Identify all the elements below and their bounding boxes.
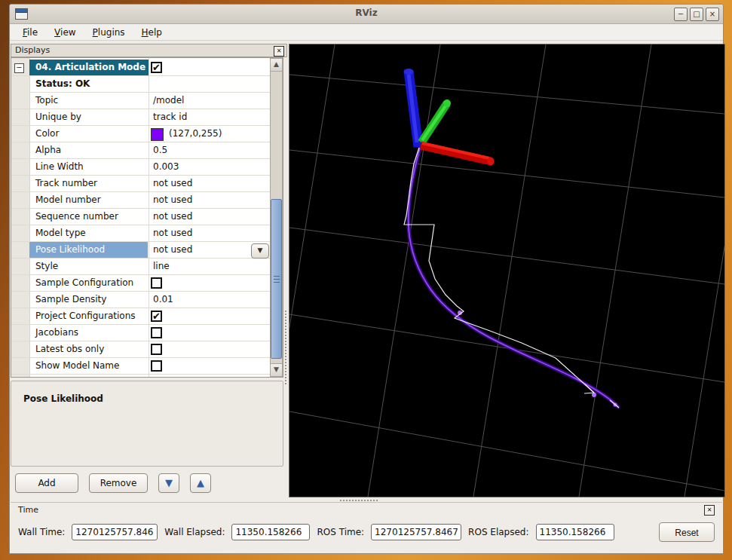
displays-panel: Displays ✕ − 04. Articulation Mode ✔ Sta… (11, 41, 287, 501)
tree-row-latest-obs-only[interactable]: Latest obs only (11, 341, 271, 358)
wall-time-label: Wall Time: (18, 527, 65, 537)
minimize-button[interactable]: − (674, 8, 688, 21)
tree-row-topic[interactable]: Topic /model (11, 93, 271, 109)
menu-view[interactable]: View (47, 26, 82, 39)
tree-row-sample-configuration[interactable]: Sample Configuration (11, 275, 271, 292)
property-name: Unique by (29, 109, 148, 125)
tree-row-show-model-name[interactable]: Show Model Name (11, 358, 271, 375)
property-name: Model number (29, 192, 148, 208)
reset-button[interactable]: Reset (659, 522, 715, 542)
tree-row-alpha[interactable]: Alpha 0.5 (11, 142, 271, 159)
arrow-down-icon: ▼ (165, 477, 173, 488)
ros-elapsed-input[interactable] (536, 524, 614, 540)
displays-panel-header[interactable]: Displays ✕ (11, 44, 287, 57)
tree-row-sample-density[interactable]: Sample Density 0.01 (11, 292, 271, 308)
desktop-background: RViz − □ × File View Plugins Help Displa… (0, 0, 732, 560)
project-configurations-checkbox[interactable]: ✔ (151, 311, 162, 322)
property-name: Show Model Name (29, 358, 148, 374)
property-name: Style (29, 259, 148, 274)
tree-row-model-type[interactable]: Model type not used (11, 225, 271, 242)
value-dropdown-button[interactable]: ▼ (251, 243, 269, 259)
property-value: not used (149, 192, 268, 208)
property-name: Track number (29, 176, 148, 191)
property-value: not used (149, 176, 268, 191)
property-name: Model type (29, 225, 148, 241)
show-model-name-checkbox[interactable] (151, 360, 162, 372)
tree-row-status[interactable]: Status: OK (29, 76, 271, 93)
rviz-window: RViz − □ × File View Plugins Help Displa… (9, 4, 724, 554)
tree-row-style[interactable]: Style line (11, 259, 271, 275)
tree-row-track-number[interactable]: Track number not used (11, 176, 271, 192)
render-scene[interactable] (289, 44, 724, 497)
close-button[interactable]: × (706, 8, 719, 21)
tree-row-jacobians[interactable]: Jacobians (11, 325, 271, 341)
remove-button[interactable]: Remove (89, 473, 148, 493)
scroll-up-icon[interactable]: ▲ (271, 59, 282, 72)
time-panel-title: Time (18, 505, 38, 515)
ros-elapsed-label: ROS Elapsed: (468, 527, 528, 537)
property-tree: − 04. Articulation Mode ✔ Status: OK Top… (11, 57, 283, 378)
wall-elapsed-input[interactable] (231, 524, 310, 540)
tree-row-model-number[interactable]: Model number not used (11, 192, 271, 209)
maximize-button[interactable]: □ (690, 8, 703, 21)
scrollbar-thumb[interactable] (271, 199, 282, 359)
move-down-button[interactable]: ▼ (158, 473, 179, 493)
description-box: Pose Likelihood (11, 381, 283, 467)
time-panel-header[interactable]: Time ✕ (12, 504, 721, 516)
property-name: Project Configurations (29, 308, 148, 324)
x-axis-red (421, 143, 495, 166)
collapse-icon[interactable]: − (14, 63, 24, 73)
ros-time-label: ROS Time: (317, 527, 364, 537)
property-value: not used (149, 242, 251, 258)
tree-row-unique-by[interactable]: Unique by track id (11, 109, 271, 126)
property-name: Alpha (29, 142, 148, 158)
property-name: Pose Likelihood (29, 242, 148, 258)
vertical-splitter-handle[interactable] (284, 310, 288, 385)
add-button[interactable]: Add (15, 473, 78, 493)
property-value: /model (149, 93, 268, 109)
sample-configuration-checkbox[interactable] (151, 277, 162, 289)
displays-close-icon[interactable]: ✕ (274, 46, 284, 57)
property-name: Latest obs only (29, 341, 148, 357)
property-name: Jacobians (29, 325, 148, 341)
jacobians-checkbox[interactable] (151, 327, 162, 338)
property-name: Topic (29, 93, 148, 109)
display-enabled-checkbox[interactable]: ✔ (151, 62, 162, 73)
tree-row-display[interactable]: − 04. Articulation Mode ✔ (11, 60, 271, 76)
title-bar[interactable]: RViz − □ × (10, 5, 723, 24)
displays-button-row: Add Remove ▼ ▲ (15, 473, 211, 493)
trajectory-annotation-arrows (404, 148, 619, 408)
latest-obs-only-checkbox[interactable] (151, 344, 162, 355)
tree-row-line-width[interactable]: Line Width 0.003 (11, 159, 271, 176)
menu-plugins[interactable]: Plugins (86, 26, 132, 39)
property-value: 0.5 (149, 142, 268, 158)
scroll-down-icon[interactable]: ▼ (271, 363, 282, 376)
time-fields-row: Wall Time: Wall Elapsed: ROS Time: ROS E… (18, 522, 715, 542)
tree-row-pose-likelihood[interactable]: Pose Likelihood not used ▼ (11, 242, 271, 259)
description-title: Pose Likelihood (23, 393, 103, 404)
tree-row-sequence-number[interactable]: Sequence number not used (11, 209, 271, 225)
tree-row-color[interactable]: Color (127,0,255) (11, 126, 271, 142)
wall-time-input[interactable] (72, 524, 158, 540)
time-close-icon[interactable]: ✕ (704, 505, 715, 516)
property-value: track id (149, 109, 268, 125)
property-name: Sample Density (29, 292, 148, 308)
ros-time-input[interactable] (371, 524, 461, 540)
menu-file[interactable]: File (16, 26, 44, 39)
property-name: Line Width (29, 159, 148, 175)
trajectory-curve (409, 148, 618, 407)
tree-row-project-configurations[interactable]: Project Configurations ✔ (11, 308, 271, 325)
wall-elapsed-label: Wall Elapsed: (164, 527, 225, 537)
tree-scrollbar[interactable]: ▲ ▼ (270, 58, 283, 377)
move-up-button[interactable]: ▲ (190, 473, 211, 493)
display-name-label[interactable]: 04. Articulation Mode (29, 60, 149, 75)
y-axis-green (421, 99, 451, 142)
color-swatch[interactable] (151, 128, 164, 141)
property-value: line (149, 259, 268, 274)
render-viewport[interactable] (289, 44, 725, 497)
sample-config-marker (592, 393, 596, 397)
displays-panel-title: Displays (15, 45, 50, 55)
menu-help[interactable]: Help (135, 26, 169, 39)
status-label: Status: OK (29, 76, 271, 89)
time-panel: Time ✕ Wall Time: Wall Elapsed: ROS Time… (11, 502, 722, 553)
